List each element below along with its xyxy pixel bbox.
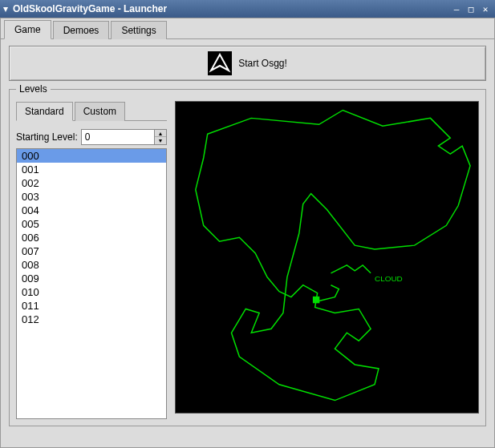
minimize-button[interactable]: — <box>450 3 463 14</box>
client-area: Game Demoes Settings Start Osgg! Levels … <box>0 18 495 448</box>
list-item[interactable]: 012 <box>17 313 166 326</box>
starting-level-label: Starting Level: <box>16 131 78 143</box>
maximize-button[interactable]: □ <box>465 3 477 14</box>
list-item[interactable]: 010 <box>17 285 166 299</box>
list-item[interactable]: 001 <box>17 163 166 176</box>
tab-demoes-label: Demoes <box>63 25 99 36</box>
list-item[interactable]: 000 <box>17 149 166 163</box>
list-item[interactable]: 004 <box>17 204 166 217</box>
spinner-up-icon[interactable]: ▲ <box>155 130 166 137</box>
levels-fieldset: Levels Standard Custom Starting Level: ▲ <box>9 89 486 426</box>
main-tabbar: Game Demoes Settings <box>1 18 494 39</box>
start-logo-icon <box>208 51 232 75</box>
subtab-custom-label: Custom <box>83 106 116 117</box>
svg-rect-1 <box>314 297 319 303</box>
list-item[interactable]: 003 <box>17 190 166 204</box>
list-item[interactable]: 002 <box>17 176 166 190</box>
levels-legend: Levels <box>16 83 51 95</box>
subtab-standard-label: Standard <box>25 106 64 117</box>
subtab-custom[interactable]: Custom <box>75 102 125 121</box>
window-menu-icon[interactable]: ▾ <box>3 3 8 14</box>
start-button[interactable]: Start Osgg! <box>9 46 486 81</box>
close-button[interactable]: ✕ <box>479 3 492 14</box>
tab-game[interactable]: Game <box>4 20 51 39</box>
subtab-standard[interactable]: Standard <box>16 102 73 121</box>
start-button-label: Start Osgg! <box>238 58 287 69</box>
level-preview: CLOUD <box>175 101 479 414</box>
list-item[interactable]: 008 <box>17 258 166 272</box>
svg-marker-0 <box>211 54 229 71</box>
preview-annotation: CLOUD <box>375 274 403 283</box>
spinner-down-icon[interactable]: ▼ <box>155 137 166 144</box>
tab-demoes[interactable]: Demoes <box>53 21 110 39</box>
list-item[interactable]: 005 <box>17 217 166 231</box>
tab-settings[interactable]: Settings <box>111 21 166 39</box>
titlebar: ▾ OldSkoolGravityGame - Launcher — □ ✕ <box>0 0 495 18</box>
tab-settings-label: Settings <box>121 25 156 36</box>
starting-level-input[interactable] <box>82 130 154 144</box>
list-item[interactable]: 007 <box>17 244 166 258</box>
tab-game-label: Game <box>14 24 41 35</box>
starting-level-spinner[interactable]: ▲ ▼ <box>81 129 167 145</box>
list-item[interactable]: 006 <box>17 231 166 244</box>
list-item[interactable]: 009 <box>17 272 166 285</box>
window-title: OldSkoolGravityGame - Launcher <box>13 3 448 14</box>
page-game: Start Osgg! Levels Standard Custom Start… <box>1 39 494 433</box>
level-listbox[interactable]: 000001002003004005006007008009010011012 <box>16 148 167 419</box>
levels-subtabbar: Standard Custom <box>16 101 167 121</box>
list-item[interactable]: 011 <box>17 299 166 313</box>
